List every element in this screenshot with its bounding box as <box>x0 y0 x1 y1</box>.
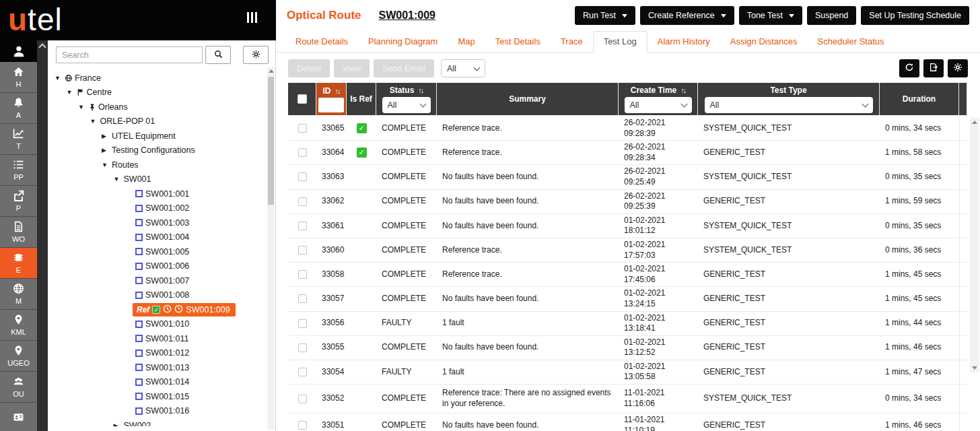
table-row[interactable]: 33060COMPLETEReference trace.01-02-2021 … <box>288 238 967 263</box>
table-settings-button[interactable] <box>948 59 968 77</box>
tree-item-sw001-004[interactable]: SW001:004 <box>53 230 275 245</box>
route-checkbox-icon[interactable] <box>135 350 143 357</box>
tree-item-sw001-003[interactable]: SW001:003 <box>53 216 275 230</box>
tree-item-sw001-016[interactable]: SW001:016 <box>53 404 275 419</box>
sidebar-item-e[interactable]: E <box>0 248 37 279</box>
table-row[interactable]: 33055COMPLETENo faults have been found.0… <box>288 336 967 360</box>
expander-closed-icon[interactable]: ▶ <box>114 422 124 426</box>
column-header-id[interactable]: ID ↑↓ <box>316 83 347 117</box>
sidebar-item-m[interactable]: M <box>0 279 37 310</box>
tree-item-orle-pop-01[interactable]: ▼ORLE-POP 01 <box>53 114 275 129</box>
tree-item-sw001-012[interactable]: SW001:012 <box>53 346 275 361</box>
table-row[interactable]: 33064✓COMPLETEReference trace.26-02-2021… <box>288 141 967 165</box>
route-checkbox-icon[interactable] <box>135 205 143 212</box>
sidebar-item-card[interactable] <box>0 403 37 431</box>
sort-icon[interactable]: ↑↓ <box>680 86 685 94</box>
selected-route-highlight[interactable]: Ref✓SW001:009 <box>133 303 236 317</box>
table-row[interactable]: 33051COMPLETENo faults have been found.1… <box>288 413 967 431</box>
tree-item-orleans[interactable]: ▼Orleans <box>53 100 275 114</box>
tree-item-sw001-005[interactable]: SW001:005 <box>53 244 275 259</box>
tab-trace[interactable]: Trace <box>551 32 593 52</box>
tree-item-sw001-009[interactable]: Ref✓SW001:009 <box>53 302 275 317</box>
table-row[interactable]: 33063COMPLETENo faults have been found.2… <box>288 165 967 189</box>
rail-scroll-strip[interactable] <box>37 40 48 431</box>
route-checkbox-icon[interactable] <box>135 378 143 386</box>
tree-item-sw001-013[interactable]: SW001:013 <box>53 360 275 375</box>
tree-item-utel-equipment[interactable]: ▶UTEL Equipment <box>53 129 275 143</box>
tree-item-sw001-006[interactable]: SW001:006 <box>53 259 275 274</box>
set-up-testing-schedule-button[interactable]: Set Up Testing Schedule <box>861 6 969 25</box>
tree-item-france[interactable]: ▼France <box>53 71 275 86</box>
row-checkbox[interactable] <box>298 294 307 303</box>
row-checkbox[interactable] <box>298 395 307 403</box>
route-checkbox-icon[interactable] <box>135 407 143 415</box>
sidebar-item-p[interactable]: P <box>0 186 37 217</box>
route-checkbox-icon[interactable] <box>135 263 143 270</box>
table-row[interactable]: 33058COMPLETEReference trace.01-02-2021 … <box>288 263 967 287</box>
delete-button[interactable]: Delete <box>288 59 330 77</box>
columns-menu-icon[interactable] <box>247 12 257 23</box>
tree-item-sw001-014[interactable]: SW001:014 <box>53 375 275 390</box>
suspend-button[interactable]: Suspend <box>807 6 856 25</box>
tree-item-sw001-010[interactable]: SW001:010 <box>53 317 275 332</box>
route-checkbox-icon[interactable] <box>135 393 143 400</box>
table-row[interactable]: 33057COMPLETENo faults have been found.0… <box>288 287 967 311</box>
table-row[interactable]: 33054FAULTY1 fault01-02-2021 13:05:58GEN… <box>288 360 967 385</box>
tree-item-sw002[interactable]: ▶SW002 <box>53 418 275 426</box>
tree-item-sw001-002[interactable]: SW001:002 <box>53 201 275 216</box>
tree-item-sw001-015[interactable]: SW001:015 <box>53 389 275 404</box>
route-checkbox-icon[interactable] <box>135 219 143 226</box>
expander-open-icon[interactable]: ▼ <box>102 162 112 168</box>
tree-item-testing-configurations[interactable]: ▶Testing Configurations <box>53 143 275 158</box>
table-row[interactable]: 33062COMPLETENo faults have been found.2… <box>288 190 967 214</box>
row-checkbox[interactable] <box>298 222 307 230</box>
sort-icon[interactable]: ↑↓ <box>418 86 423 94</box>
table-row[interactable]: 33065✓COMPLETEReference trace.26-02-2021… <box>288 117 967 141</box>
sidebar-item-kml[interactable]: KML <box>0 310 37 341</box>
id-filter-input[interactable] <box>318 98 344 112</box>
row-checkbox[interactable] <box>298 319 307 328</box>
row-checkbox[interactable] <box>298 148 307 157</box>
tree-item-sw001[interactable]: ▼SW001 <box>53 172 275 187</box>
tab-planning-diagram[interactable]: Planning Diagram <box>358 32 448 52</box>
tab-test-log[interactable]: Test Log <box>593 31 648 53</box>
view-button[interactable]: View <box>334 59 370 77</box>
sort-icon[interactable]: ↑↓ <box>335 87 340 95</box>
table-row[interactable]: 33061COMPLETENo faults have been found.0… <box>288 214 967 238</box>
log-filter-select[interactable]: All <box>441 59 485 77</box>
route-checkbox-icon[interactable] <box>135 248 143 255</box>
sidebar-item-ugeo[interactable]: UGEO <box>0 341 37 372</box>
table-row[interactable]: 33056FAULTY1 fault01-02-2021 13:18:41GEN… <box>288 312 967 336</box>
table-row[interactable]: 33052COMPLETEReference trace: There are … <box>288 385 967 413</box>
search-input[interactable] <box>56 46 203 63</box>
sidebar-item-pp[interactable]: PP <box>0 155 37 186</box>
row-checkbox[interactable] <box>298 270 307 279</box>
tab-test-details[interactable]: Test Details <box>485 32 551 52</box>
tree-item-sw001-007[interactable]: SW001:007 <box>53 273 275 288</box>
expander-open-icon[interactable]: ▼ <box>67 89 77 96</box>
sidebar-item-wo[interactable]: WO <box>0 217 37 248</box>
export-button[interactable] <box>923 59 944 77</box>
row-checkbox[interactable] <box>298 368 307 376</box>
tab-scheduler-status[interactable]: Scheduler Status <box>808 32 895 52</box>
create_time-filter-select[interactable]: All <box>625 97 692 113</box>
route-checkbox-icon[interactable] <box>135 364 143 371</box>
tree-item-centre[interactable]: ▼Centre <box>53 86 275 100</box>
row-checkbox[interactable] <box>298 124 307 133</box>
row-checkbox[interactable] <box>298 421 307 430</box>
create-reference-button[interactable]: Create Reference <box>640 6 734 25</box>
tree-item-routes[interactable]: ▼Routes <box>53 158 275 172</box>
tab-assign-distances[interactable]: Assign Distances <box>720 32 808 52</box>
tree-settings-button[interactable] <box>243 46 269 64</box>
table-vertical-scrollbar[interactable] <box>970 118 979 372</box>
tab-route-details[interactable]: Route Details <box>285 32 358 52</box>
tone-test-button[interactable]: Tone Test <box>739 6 802 25</box>
test_type-filter-select[interactable]: All <box>705 97 873 113</box>
row-checkbox[interactable] <box>298 246 307 255</box>
expander-open-icon[interactable]: ▼ <box>55 75 65 81</box>
tree-item-sw001-001[interactable]: SW001:001 <box>53 187 275 201</box>
route-checkbox-icon[interactable] <box>135 321 143 328</box>
route-checkbox-icon[interactable] <box>135 292 143 299</box>
run-test-button[interactable]: Run Test <box>575 6 635 25</box>
search-button[interactable] <box>205 46 231 64</box>
